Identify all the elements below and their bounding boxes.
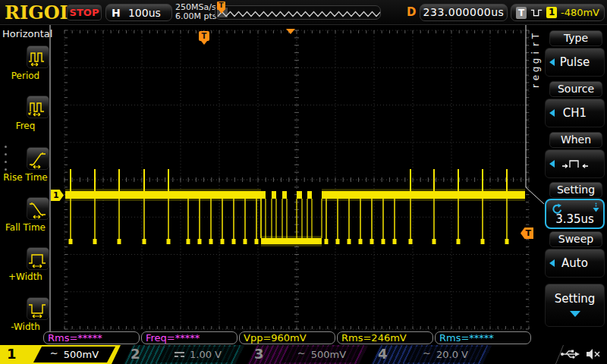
pulse-width-icon xyxy=(561,158,590,170)
channel-3-number: 3 xyxy=(254,346,264,362)
down-arrow-icon xyxy=(570,311,580,317)
top-status-bar: RIGOL STOP H 100us 250MSa/s 6.00M pts D … xyxy=(0,0,607,25)
trigger-more-setting-label: Setting xyxy=(555,292,596,306)
acquisition-info: 250MSa/s 6.00M pts xyxy=(175,3,217,21)
left-arrow-icon xyxy=(549,259,555,267)
trigger-sweep-label: Sweep xyxy=(549,231,602,247)
channel-1-number: 1 xyxy=(7,346,17,362)
trigger-setting-label: Setting xyxy=(549,182,602,198)
measurement-freq[interactable]: Freq=***** xyxy=(141,331,237,344)
channel-2-settings: 1.00 V xyxy=(157,347,239,362)
trigger-source-button[interactable]: CH1 xyxy=(545,99,605,127)
preview-waveform-icon xyxy=(215,6,380,19)
measure-menu-panel: Horizontal Period Freq Rise Time Fall Ti… xyxy=(0,25,51,330)
page-dot xyxy=(5,168,7,171)
measure-item-rise-time-label: Rise Time xyxy=(0,172,51,183)
channel-3-block[interactable]: 3 ~ 500mV xyxy=(247,345,368,364)
plus-width-icon xyxy=(27,248,49,269)
measure-item-minus-width-label: -Width xyxy=(0,322,51,332)
preview-trigger-marker[interactable]: T xyxy=(217,2,225,10)
left-menu-title: Horizontal xyxy=(2,28,52,39)
pulse-trigger-icon xyxy=(530,8,543,17)
channel-1-scale: 500mV xyxy=(64,349,99,360)
multifunction-knob-icon xyxy=(593,202,599,212)
horizontal-timebase-box[interactable]: H 100us xyxy=(105,4,172,21)
measure-item-plus-width-label: +Width xyxy=(0,271,51,282)
preview-trigger-marker-stem xyxy=(219,10,225,14)
left-arrow-icon xyxy=(549,109,555,117)
page-dot xyxy=(5,153,7,155)
measure-item-fall-time-label: Fall Time xyxy=(0,222,51,233)
channel-2-block[interactable]: 2 1.00 V xyxy=(124,345,244,364)
waveform-memory-preview[interactable] xyxy=(215,5,381,20)
ac-coupling-icon: ~ xyxy=(50,347,58,359)
trigger-setting-button[interactable]: 3.35us xyxy=(545,199,605,229)
measure-item-rise-time[interactable] xyxy=(27,147,49,170)
measurement-rms-ch2[interactable]: Rms=***** xyxy=(435,331,531,344)
left-arrow-icon xyxy=(549,58,555,66)
trigger-menu-tab: Trigger xyxy=(530,32,542,90)
trigger-t-badge: T xyxy=(516,7,527,19)
trigger-type-label: Type xyxy=(549,30,602,46)
ac-coupling-icon: ~ xyxy=(423,347,431,359)
measure-item-freq-label: Freq xyxy=(0,121,51,131)
page-dot xyxy=(5,146,7,148)
trigger-sweep-button[interactable]: Auto xyxy=(545,249,605,278)
trigger-position-marker[interactable]: T xyxy=(199,31,209,41)
trigger-when-button[interactable] xyxy=(545,149,605,178)
fall-time-icon xyxy=(27,198,49,219)
trigger-when-label: When xyxy=(549,132,602,148)
measure-item-period[interactable] xyxy=(27,46,49,68)
measure-item-freq[interactable] xyxy=(27,96,49,118)
period-icon xyxy=(27,46,49,67)
rigol-logo: RIGOL xyxy=(5,2,72,24)
channel-4-settings: ~ 20.0 V xyxy=(404,347,486,362)
trigger-type-button[interactable]: Pulse xyxy=(545,48,605,77)
channel-2-scale: 1.00 V xyxy=(190,349,222,360)
trigger-sweep-value: Auto xyxy=(561,256,588,270)
channel-1-settings: ~ 500mV xyxy=(33,347,115,362)
measure-item-plus-width[interactable] xyxy=(27,247,49,270)
channel-status-bar: 1 ~ 500mV 2 1.00 V 3 ~ 500mV 4 ~ 20.0 V xyxy=(0,345,607,364)
channel-4-number: 4 xyxy=(378,346,388,362)
ac-coupling-icon: ~ xyxy=(297,347,306,359)
trigger-status-box[interactable]: T 1 -480mV xyxy=(511,4,605,21)
measure-item-period-label: Period xyxy=(0,71,51,81)
channel-3-scale: 500mV xyxy=(311,349,346,360)
channel-2-number: 2 xyxy=(131,346,140,362)
sound-muted-icon xyxy=(586,348,601,360)
measurement-rms-ch3[interactable]: Rms=***** xyxy=(43,331,140,344)
channel-3-settings: ~ 500mV xyxy=(281,347,363,362)
timebase-value: 100us xyxy=(121,7,168,19)
delay-label: D xyxy=(407,5,416,19)
channel-4-scale: 20.0 V xyxy=(436,349,468,360)
memory-depth: 6.00M pts xyxy=(175,12,217,21)
trigger-delay-value[interactable]: 233.000000us xyxy=(420,4,508,21)
channel-4-block[interactable]: 4 ~ 20.0 V xyxy=(371,345,492,364)
usb-icon xyxy=(560,348,580,360)
h-label: H xyxy=(112,7,121,19)
run-stop-status[interactable]: STOP xyxy=(67,5,102,20)
screen-center-marker-icon xyxy=(286,29,295,34)
left-arrow-icon xyxy=(549,160,555,168)
channel-1-block[interactable]: 1 ~ 500mV xyxy=(0,345,121,364)
measurement-rms-ch1[interactable]: Rms=246mV xyxy=(337,331,433,344)
page-dot xyxy=(5,161,7,163)
measurement-vpp-ch1[interactable]: Vpp=960mV xyxy=(239,331,335,344)
rise-time-icon xyxy=(27,148,49,169)
trigger-type-value: Pulse xyxy=(560,55,590,69)
freq-icon xyxy=(27,96,49,118)
trigger-more-setting-button[interactable]: Setting xyxy=(545,284,605,327)
measure-item-minus-width[interactable] xyxy=(27,297,49,320)
dc-coupling-icon xyxy=(175,352,184,358)
trigger-source-value: CH1 xyxy=(563,106,587,120)
trigger-setting-value: 3.35us xyxy=(546,212,603,226)
trigger-menu-panel: Trigger Type Pulse Source CH1 When Setti… xyxy=(530,25,607,345)
measure-item-fall-time[interactable] xyxy=(27,197,49,220)
trigger-level-value: -480mV xyxy=(561,7,599,18)
trigger-position-marker-stem xyxy=(201,41,207,45)
minus-width-icon xyxy=(27,298,49,319)
graticule-and-waveform xyxy=(0,0,607,364)
trigger-source-badge: 1 xyxy=(546,7,556,18)
trigger-source-label: Source xyxy=(549,81,602,97)
